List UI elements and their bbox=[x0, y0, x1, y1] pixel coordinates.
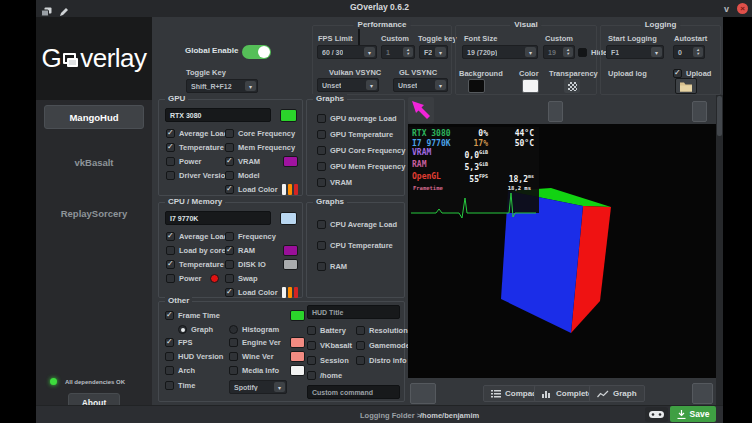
checkbox-gpu-average-load[interactable]: GPU average Load bbox=[317, 113, 404, 124]
spinner-arrows-icon[interactable]: ▴▾ bbox=[693, 47, 703, 57]
checkbox-mem-frequency[interactable]: Mem Frequency bbox=[225, 142, 298, 153]
checkbox-cpu-temperature[interactable]: CPU Temperature bbox=[317, 240, 404, 251]
preview-scroll-left-button[interactable] bbox=[548, 101, 563, 122]
radio-histogram[interactable]: Histogram bbox=[229, 324, 279, 335]
color-swatch[interactable] bbox=[290, 351, 305, 362]
scrollbar-thumb[interactable] bbox=[717, 96, 722, 136]
performance-group: Performance FPS Limit Custom Toggle key … bbox=[312, 25, 452, 95]
hud-position-button[interactable] bbox=[408, 97, 434, 123]
font-custom-spinner[interactable]: 19 ▴▾ bbox=[543, 45, 575, 59]
checkbox-disk-io[interactable]: DISK IO bbox=[225, 259, 298, 270]
checkbox-gpu-temperature[interactable]: GPU Temperature bbox=[317, 129, 404, 140]
home-row: /home bbox=[307, 370, 400, 381]
text-color-swatch[interactable] bbox=[522, 79, 539, 93]
checkbox-core-frequency[interactable]: Core Frequency bbox=[225, 128, 298, 139]
logging-folder-value[interactable]: /home/benjamim bbox=[420, 411, 479, 420]
checkbox-power[interactable]: Power bbox=[166, 156, 223, 167]
autostart-spinner[interactable]: 0 ▴▾ bbox=[673, 45, 705, 59]
checkbox-vram[interactable]: VRAM bbox=[225, 156, 298, 167]
checkbox-average-load[interactable]: Average Load bbox=[166, 231, 223, 242]
fps-limit-select[interactable]: 60 / 30 ▾ bbox=[317, 45, 377, 59]
color-swatch[interactable] bbox=[290, 337, 305, 348]
checkbox-wine-ver[interactable]: Wine Ver bbox=[229, 351, 305, 362]
checkbox-gpu-core-frequency[interactable]: GPU Core Frequency bbox=[317, 145, 404, 156]
color-swatch[interactable] bbox=[283, 259, 298, 270]
gpu-name-input[interactable]: RTX 3080 bbox=[165, 108, 271, 122]
toggle-key-select[interactable]: Shift_R+F12 ▾ bbox=[186, 79, 258, 93]
checkbox-arch[interactable]: Arch bbox=[165, 365, 227, 376]
checkbox-gpu-mem-frequency[interactable]: GPU Mem Frequency bbox=[317, 161, 404, 172]
vulkan-vsync-select[interactable]: Unset ▾ bbox=[317, 78, 379, 92]
preview-scrollbar[interactable] bbox=[716, 95, 723, 405]
sidebar-item-vkbasalt[interactable]: vkBasalt bbox=[44, 150, 144, 174]
checkbox-ram[interactable]: RAM bbox=[225, 245, 298, 256]
color-swatch[interactable] bbox=[283, 156, 298, 167]
checkbox-average-load[interactable]: Average Load bbox=[166, 128, 223, 139]
global-enable-toggle[interactable] bbox=[242, 45, 271, 59]
checkbox-hud-version[interactable]: HUD Version bbox=[165, 351, 227, 362]
cpu-name-input[interactable]: I7 9770K bbox=[165, 211, 271, 225]
fps-toggle-key-select[interactable]: F2 ▾ bbox=[419, 45, 448, 59]
preview-corner-right-button[interactable] bbox=[692, 383, 713, 404]
checkbox-time[interactable]: Time bbox=[165, 380, 225, 391]
checkbox-frame-time[interactable]: Frame Time bbox=[165, 310, 305, 321]
checkbox-distro-info[interactable]: Distro info bbox=[356, 355, 410, 366]
color-swatch[interactable] bbox=[283, 245, 298, 256]
minimize-chevron-icon[interactable]: v bbox=[724, 4, 729, 14]
checkbox-load-color[interactable]: Load Color bbox=[225, 287, 298, 298]
spinner-arrows-icon[interactable]: ▴▾ bbox=[403, 47, 413, 57]
checkbox-gamemode[interactable]: Gamemode bbox=[356, 340, 410, 351]
sidebar-item-replaysorcery[interactable]: ReplaySorcery bbox=[44, 201, 144, 225]
checkbox-power[interactable]: Power bbox=[166, 273, 223, 284]
checkbox-ram[interactable]: RAM bbox=[317, 261, 404, 272]
checkbox-model[interactable]: Model bbox=[225, 170, 298, 181]
checkbox-home[interactable]: /home bbox=[307, 370, 400, 381]
transparency-button[interactable] bbox=[564, 79, 580, 93]
checkbox-session[interactable]: Session bbox=[307, 355, 354, 366]
sidebar-item-mangohud[interactable]: MangoHud bbox=[44, 105, 144, 129]
close-icon[interactable]: × bbox=[737, 3, 748, 14]
save-button[interactable]: Save bbox=[670, 406, 716, 422]
checkbox-driver-version[interactable]: Driver Version bbox=[166, 170, 223, 181]
checkbox-media-info[interactable]: Media Info bbox=[229, 365, 305, 376]
checkbox-cpu-average-load[interactable]: CPU Average Load bbox=[317, 219, 404, 230]
load-color-swatch[interactable] bbox=[282, 184, 298, 195]
checkbox-swap[interactable]: Swap bbox=[225, 273, 298, 284]
checkbox-battery[interactable]: Battery bbox=[307, 325, 354, 336]
font-size-select[interactable]: 19 (720p) ▾ bbox=[462, 45, 538, 59]
start-logging-select[interactable]: F1 ▾ bbox=[606, 45, 664, 59]
hud-title-input[interactable]: HUD Title bbox=[307, 305, 400, 319]
gl-vsync-select[interactable]: Unset ▾ bbox=[393, 78, 448, 92]
media-player-select[interactable]: Spotify▾ bbox=[229, 380, 287, 394]
hud-unit: ms bbox=[528, 173, 534, 179]
font-custom-label: Custom bbox=[545, 34, 573, 43]
radio-graph[interactable]: Graph bbox=[178, 324, 213, 335]
preview-viewport[interactable]: RTX 30800%44°CI7 9770K17%50°CVRAM0,0GiBR… bbox=[408, 124, 716, 378]
checkbox-frequency[interactable]: Frequency bbox=[225, 231, 298, 242]
preview-scroll-right-button[interactable] bbox=[692, 101, 707, 122]
load-color-swatch[interactable] bbox=[282, 287, 298, 298]
upload-folder-button[interactable] bbox=[675, 78, 697, 94]
checkbox-engine-ver[interactable]: Engine Ver bbox=[229, 337, 305, 348]
custom-command-input[interactable]: Custom command bbox=[307, 385, 400, 399]
spinner-arrows-icon[interactable]: ▴▾ bbox=[563, 47, 573, 57]
background-color-swatch[interactable] bbox=[468, 79, 485, 93]
checkbox-temperature[interactable]: Temperature bbox=[166, 142, 223, 153]
color-swatch[interactable] bbox=[290, 310, 305, 321]
graph-view-button[interactable]: Graph bbox=[589, 385, 645, 402]
checkbox-load-color[interactable]: Load Color bbox=[225, 184, 298, 195]
color-swatch[interactable] bbox=[210, 274, 219, 283]
cpu-color-swatch[interactable] bbox=[280, 212, 297, 225]
preview-corner-left-button[interactable] bbox=[410, 383, 436, 404]
checkbox-vkbasalt[interactable]: VKbasalt bbox=[307, 340, 354, 351]
fps-custom-spinner[interactable]: 1 ▴▾ bbox=[381, 45, 415, 59]
color-swatch[interactable] bbox=[290, 365, 305, 376]
checkbox-load-by-core[interactable]: Load by core bbox=[166, 245, 223, 256]
checkbox-resolution[interactable]: Resolution bbox=[356, 325, 410, 336]
checkbox-vram[interactable]: VRAM bbox=[317, 177, 404, 188]
gpu-color-swatch[interactable] bbox=[280, 109, 297, 122]
checkbox-fps[interactable]: FPS bbox=[165, 337, 227, 348]
hud-value: 0% bbox=[462, 129, 488, 139]
checkbox-temperature[interactable]: Temperature bbox=[166, 259, 223, 270]
gamepad-button[interactable] bbox=[645, 407, 668, 422]
